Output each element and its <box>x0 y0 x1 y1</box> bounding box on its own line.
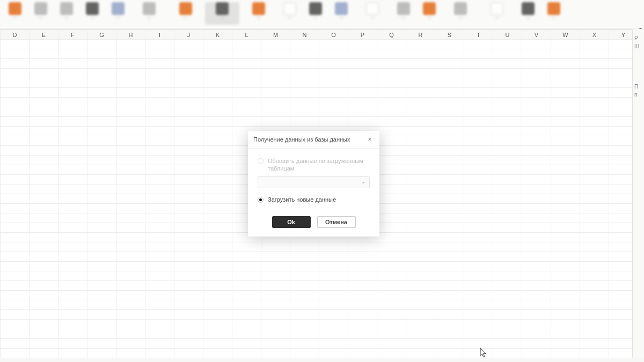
modal-overlay: Получение данных из базы данных × Обнови… <box>0 0 644 362</box>
radio-option-load-new[interactable]: Загрузить новые данные <box>258 196 370 203</box>
radio-option-update: Обновить данные по загруженным таблицам <box>258 157 370 172</box>
close-icon[interactable]: × <box>365 135 374 144</box>
ok-button[interactable]: Ok <box>272 216 311 228</box>
cancel-button[interactable]: Отмена <box>317 216 356 228</box>
dialog-title: Получение данных из базы данных <box>253 136 350 143</box>
tables-dropdown <box>258 176 370 188</box>
radio-icon <box>258 158 264 164</box>
radio-icon[interactable] <box>258 197 264 203</box>
radio-label: Загрузить новые данные <box>268 196 336 203</box>
radio-label: Обновить данные по загруженным таблицам <box>268 157 370 172</box>
database-fetch-dialog: Получение данных из базы данных × Обнови… <box>248 131 379 237</box>
